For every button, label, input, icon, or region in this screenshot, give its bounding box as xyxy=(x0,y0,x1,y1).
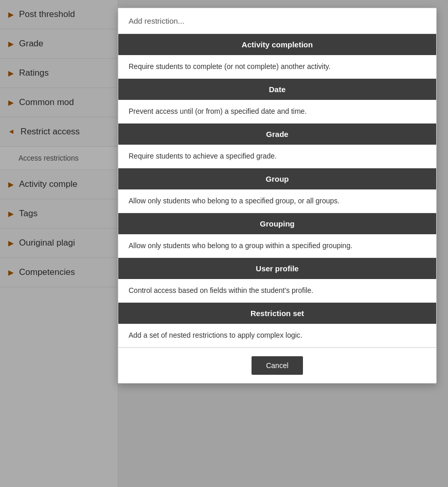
restriction-item-grade: Grade Require students to achieve a spec… xyxy=(118,124,436,168)
restriction-desc-group: Allow only students who belong to a spec… xyxy=(118,189,436,213)
cancel-button[interactable]: Cancel xyxy=(252,356,303,375)
restriction-desc-activity-completion: Require students to complete (or not com… xyxy=(118,55,436,79)
restriction-item-grouping: Grouping Allow only students who belong … xyxy=(118,213,436,258)
restriction-item-restriction-set: Restriction set Add a set of nested rest… xyxy=(118,303,436,347)
restriction-desc-grouping: Allow only students who belong to a grou… xyxy=(118,234,436,258)
modal-title: Add restriction... xyxy=(129,16,184,25)
restriction-desc-restriction-set: Add a set of nested restrictions to appl… xyxy=(118,324,436,347)
restriction-title-restriction-set[interactable]: Restriction set xyxy=(118,303,436,324)
modal-footer: Cancel xyxy=(118,347,436,383)
add-restriction-modal: Add restriction... Activity completion R… xyxy=(118,8,437,384)
restriction-item-activity-completion: Activity completion Require students to … xyxy=(118,34,436,79)
restriction-title-grouping[interactable]: Grouping xyxy=(118,213,436,234)
restriction-title-group[interactable]: Group xyxy=(118,168,436,189)
restriction-title-user-profile[interactable]: User profile xyxy=(118,258,436,279)
restriction-title-grade[interactable]: Grade xyxy=(118,124,436,145)
restriction-item-user-profile: User profile Control access based on fie… xyxy=(118,258,436,303)
restriction-desc-grade: Require students to achieve a specified … xyxy=(118,145,436,168)
restriction-title-activity-completion[interactable]: Activity completion xyxy=(118,34,436,55)
restriction-desc-date: Prevent access until (or from) a specifi… xyxy=(118,100,436,124)
restriction-desc-user-profile: Control access based on fields within th… xyxy=(118,279,436,303)
restriction-item-group: Group Allow only students who belong to … xyxy=(118,168,436,213)
modal-header: Add restriction... xyxy=(118,8,436,34)
restriction-title-date[interactable]: Date xyxy=(118,79,436,100)
restriction-item-date: Date Prevent access until (or from) a sp… xyxy=(118,79,436,124)
